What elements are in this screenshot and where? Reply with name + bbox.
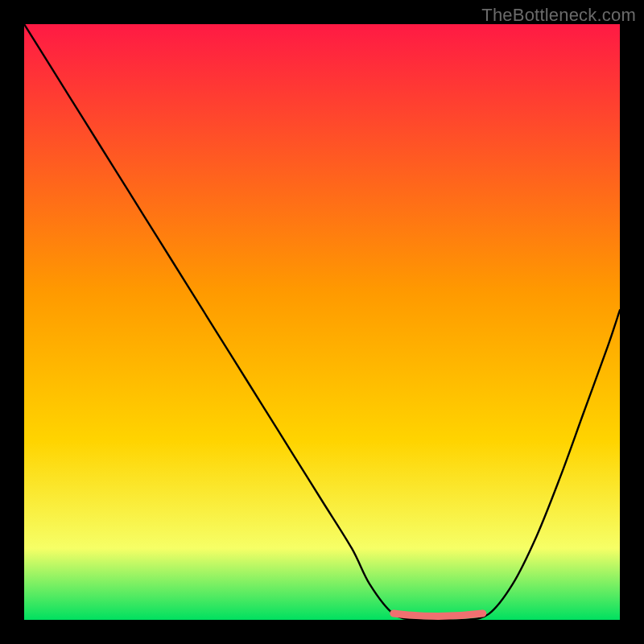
optimal-range-marker — [394, 613, 483, 617]
chart-stage: TheBottleneck.com — [0, 0, 644, 644]
watermark-text: TheBottleneck.com — [481, 5, 636, 26]
gradient-background — [24, 24, 620, 620]
plot-area — [24, 24, 620, 620]
bottleneck-chart — [24, 24, 620, 620]
